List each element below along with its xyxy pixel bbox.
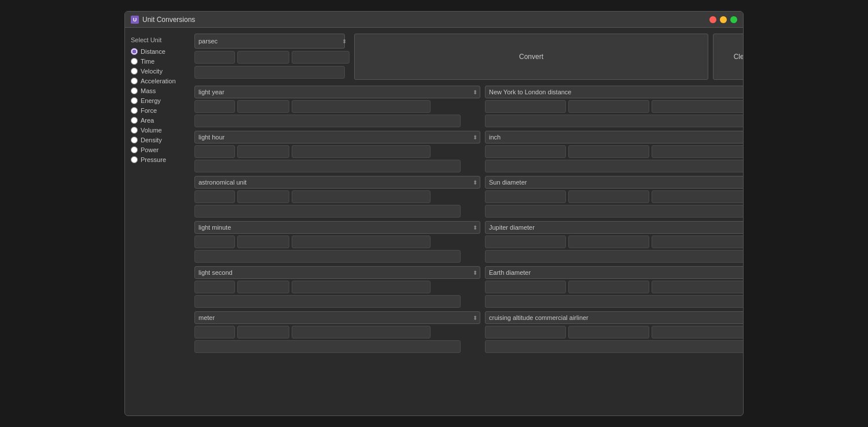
- left-unit-select-5[interactable]: meter: [194, 311, 480, 324]
- left-unit-select-3[interactable]: light minute: [194, 221, 480, 234]
- main-input-3[interactable]: [292, 51, 350, 64]
- right-input-0d[interactable]: [485, 115, 744, 127]
- clear-button[interactable]: Clear: [713, 34, 744, 80]
- radio-area[interactable]: [131, 117, 138, 124]
- left-unit-select-1[interactable]: light hour: [194, 131, 480, 143]
- right-input-2b[interactable]: [568, 190, 649, 203]
- left-input-3c[interactable]: [292, 235, 431, 248]
- radio-label-power: Power: [141, 146, 159, 153]
- right-input-0b[interactable]: [568, 100, 649, 113]
- radio-item-energy[interactable]: Energy: [131, 97, 189, 104]
- main-unit-select[interactable]: parsec: [194, 34, 345, 49]
- right-input-0c[interactable]: [652, 100, 744, 113]
- right-input-5a[interactable]: [485, 326, 566, 338]
- radio-item-area[interactable]: Area: [131, 117, 189, 124]
- radio-time[interactable]: [131, 58, 138, 65]
- left-input-2d[interactable]: [194, 205, 461, 218]
- radio-item-pressure[interactable]: Pressure: [131, 156, 189, 163]
- left-input-5c[interactable]: [292, 326, 431, 338]
- radio-item-velocity[interactable]: Velocity: [131, 68, 189, 75]
- left-input-5d[interactable]: [194, 340, 461, 353]
- right-input-4d[interactable]: [485, 295, 744, 308]
- maximize-button[interactable]: [730, 16, 737, 23]
- left-input-2c[interactable]: [292, 190, 431, 203]
- radio-density[interactable]: [131, 137, 138, 143]
- radio-item-density[interactable]: Density: [131, 137, 189, 143]
- left-input-3d[interactable]: [194, 250, 461, 263]
- radio-pressure[interactable]: [131, 156, 138, 163]
- right-input-1b[interactable]: [568, 145, 649, 158]
- main-input-2[interactable]: [237, 51, 289, 64]
- window-title: Unit Conversions: [142, 16, 709, 24]
- left-unit-select-2[interactable]: astronomical unit: [194, 176, 480, 189]
- left-input-5a[interactable]: [194, 326, 235, 338]
- right-unit-select-0[interactable]: New York to London distance: [485, 86, 744, 98]
- right-input-4a[interactable]: [485, 281, 566, 293]
- right-unit-select-5[interactable]: cruising altitude commercial airliner: [485, 311, 744, 324]
- right-input-1a[interactable]: [485, 145, 566, 158]
- left-input-2a[interactable]: [194, 190, 235, 203]
- left-unit-select-0[interactable]: light year: [194, 86, 480, 98]
- left-unit-select-4[interactable]: light second: [194, 266, 480, 279]
- unit-columns: light year ⬍: [194, 86, 744, 353]
- radio-force[interactable]: [131, 107, 138, 114]
- left-input-2b[interactable]: [237, 190, 289, 203]
- content-area: Select Unit Distance Time Velocity Accel…: [125, 28, 743, 359]
- radio-velocity[interactable]: [131, 68, 138, 75]
- left-input-1b[interactable]: [237, 145, 289, 158]
- right-input-2a[interactable]: [485, 190, 566, 203]
- left-input-1c[interactable]: [292, 145, 431, 158]
- right-input-1c[interactable]: [652, 145, 744, 158]
- radio-acceleration[interactable]: [131, 78, 138, 84]
- left-input-5b[interactable]: [237, 326, 289, 338]
- radio-volume[interactable]: [131, 127, 138, 134]
- radio-power[interactable]: [131, 146, 138, 153]
- radio-item-volume[interactable]: Volume: [131, 127, 189, 134]
- left-input-0d[interactable]: [194, 115, 461, 127]
- right-unit-select-3[interactable]: Jupiter diameter: [485, 221, 744, 234]
- right-input-5b[interactable]: [568, 326, 649, 338]
- left-input-3a[interactable]: [194, 235, 235, 248]
- left-column: light year ⬍: [194, 86, 480, 353]
- left-input-0c[interactable]: [292, 100, 431, 113]
- left-input-0a[interactable]: [194, 100, 235, 113]
- radio-mass[interactable]: [131, 87, 138, 94]
- left-input-4a[interactable]: [194, 281, 235, 293]
- radio-item-acceleration[interactable]: Acceleration: [131, 78, 189, 84]
- main-input-long[interactable]: [194, 66, 345, 79]
- radio-item-distance[interactable]: Distance: [131, 48, 189, 55]
- right-unit-select-4[interactable]: Earth diameter: [485, 266, 744, 279]
- app-icon: U: [131, 16, 139, 24]
- radio-energy[interactable]: [131, 97, 138, 104]
- left-input-1d[interactable]: [194, 160, 461, 172]
- radio-item-time[interactable]: Time: [131, 58, 189, 65]
- radio-item-power[interactable]: Power: [131, 146, 189, 153]
- right-input-4b[interactable]: [568, 281, 649, 293]
- left-input-3b[interactable]: [237, 235, 289, 248]
- right-input-3a[interactable]: [485, 235, 566, 248]
- right-input-1d[interactable]: [485, 160, 744, 172]
- right-input-4c[interactable]: [652, 281, 744, 293]
- right-input-2c[interactable]: [652, 190, 744, 203]
- left-input-4c[interactable]: [292, 281, 431, 293]
- left-input-4d[interactable]: [194, 295, 461, 308]
- radio-item-force[interactable]: Force: [131, 107, 189, 114]
- right-input-3d[interactable]: [485, 250, 744, 263]
- close-button[interactable]: [709, 16, 716, 23]
- minimize-button[interactable]: [720, 16, 727, 23]
- right-unit-select-1[interactable]: inch: [485, 131, 744, 143]
- left-input-0b[interactable]: [237, 100, 289, 113]
- left-input-4b[interactable]: [237, 281, 289, 293]
- right-input-0a[interactable]: [485, 100, 566, 113]
- right-unit-select-2[interactable]: Sun diameter: [485, 176, 744, 189]
- radio-distance[interactable]: [131, 48, 138, 55]
- radio-item-mass[interactable]: Mass: [131, 87, 189, 94]
- right-input-2d[interactable]: [485, 205, 744, 218]
- convert-button[interactable]: Convert: [354, 34, 708, 80]
- right-input-5c[interactable]: [652, 326, 744, 338]
- main-input-1[interactable]: [194, 51, 235, 64]
- right-input-5d[interactable]: [485, 340, 744, 353]
- right-input-3c[interactable]: [652, 235, 744, 248]
- right-input-3b[interactable]: [568, 235, 649, 248]
- left-input-1a[interactable]: [194, 145, 235, 158]
